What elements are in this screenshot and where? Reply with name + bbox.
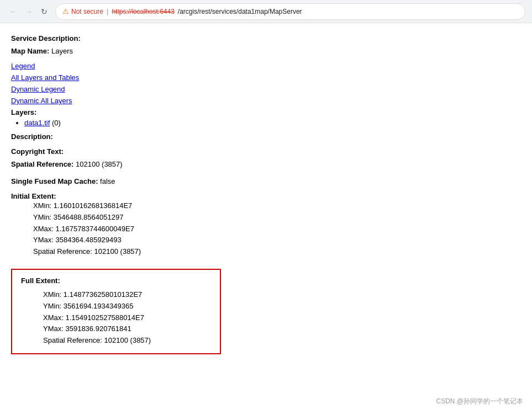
nav-buttons: ← → ↻ bbox=[7, 5, 51, 18]
full-ymax-label: YMax: bbox=[43, 324, 64, 333]
address-bar[interactable]: ⚠ Not secure | https://localhost:6443 /a… bbox=[55, 3, 525, 20]
layer-id: (0) bbox=[52, 119, 61, 127]
service-description-section: Service Description: bbox=[11, 34, 519, 42]
copyright-label: Copyright Text: bbox=[11, 147, 64, 156]
spatial-reference-section: Spatial Reference: 102100 (3857) bbox=[11, 160, 519, 168]
refresh-button[interactable]: ↻ bbox=[38, 5, 51, 18]
initial-xmax-value: 1.1675783744600049E7 bbox=[55, 225, 134, 233]
full-extent-values: XMin: 1.1487736258010132E7 YMin: 3561694… bbox=[43, 289, 211, 347]
full-ymax-value: 3591836.920761841 bbox=[65, 324, 131, 333]
initial-xmin-value: 1.1601016268136814E7 bbox=[54, 201, 132, 210]
initial-xmin-label: XMin: bbox=[33, 201, 51, 210]
initial-ymax-label: YMax: bbox=[33, 236, 54, 244]
full-xmax-value: 1.1549102527588014E7 bbox=[65, 313, 144, 322]
full-xmin: XMin: 1.1487736258010132E7 bbox=[43, 289, 211, 301]
initial-ymin-value: 3546488.8564051297 bbox=[54, 213, 124, 221]
initial-sr: Spatial Reference: 102100 (3857) bbox=[33, 246, 519, 258]
copyright-section: Copyright Text: bbox=[11, 147, 519, 156]
initial-xmax-label: XMax: bbox=[33, 225, 54, 233]
dynamic-legend-link[interactable]: Dynamic Legend bbox=[11, 85, 519, 93]
initial-ymin-label: YMin: bbox=[33, 213, 51, 221]
full-extent-box: Full Extent: XMin: 1.1487736258010132E7 … bbox=[11, 269, 221, 354]
links-section: Legend All Layers and Tables Dynamic Leg… bbox=[11, 62, 519, 105]
single-fused-section: Single Fused Map Cache: false bbox=[11, 177, 519, 185]
security-warning: ⚠ Not secure bbox=[62, 7, 103, 15]
full-xmax: XMax: 1.1549102527588014E7 bbox=[43, 312, 211, 324]
full-ymin: YMin: 3561694.1934349365 bbox=[43, 301, 211, 312]
page-content: Service Description: Map Name: Layers Le… bbox=[0, 23, 530, 370]
layer-item: data1.tif (0) bbox=[24, 119, 519, 127]
full-ymin-label: YMin: bbox=[43, 302, 61, 310]
initial-sr-value: 102100 (3857) bbox=[94, 247, 141, 256]
single-fused-value: false bbox=[100, 177, 115, 185]
full-ymax: YMax: 3591836.920761841 bbox=[43, 323, 211, 335]
map-name-label: Map Name: bbox=[11, 47, 49, 55]
initial-ymin: YMin: 3546488.8564051297 bbox=[33, 212, 519, 224]
full-xmin-value: 1.1487736258010132E7 bbox=[64, 290, 142, 299]
single-fused-label: Single Fused Map Cache: bbox=[11, 177, 98, 185]
spatial-reference-label: Spatial Reference: bbox=[11, 160, 73, 168]
security-warning-text: Not secure bbox=[71, 8, 103, 15]
description-section: Description: bbox=[11, 132, 519, 141]
spatial-reference-value: 102100 (3857) bbox=[76, 160, 123, 168]
initial-extent-label: Initial Extent: bbox=[11, 192, 56, 200]
initial-xmax: XMax: 1.1675783744600049E7 bbox=[33, 224, 519, 235]
initial-ymax: YMax: 3584364.485929493 bbox=[33, 235, 519, 246]
legend-link[interactable]: Legend bbox=[11, 62, 519, 70]
full-sr-label: Spatial Reference: bbox=[43, 336, 102, 344]
dynamic-all-layers-link[interactable]: Dynamic All Layers bbox=[11, 97, 519, 105]
initial-extent-values: XMin: 1.1601016268136814E7 YMin: 3546488… bbox=[33, 200, 519, 258]
forward-button[interactable]: → bbox=[22, 5, 35, 18]
map-name-section: Map Name: Layers bbox=[11, 47, 519, 55]
layers-section: Layers: data1.tif (0) bbox=[11, 108, 519, 127]
full-extent-label: Full Extent: bbox=[21, 276, 60, 285]
url-path: /arcgis/rest/services/data1map/MapServer bbox=[178, 8, 302, 15]
layers-label: Layers: bbox=[11, 108, 36, 116]
service-description-label: Service Description: bbox=[11, 34, 81, 42]
initial-sr-label: Spatial Reference: bbox=[33, 247, 92, 256]
initial-extent-section: Initial Extent: XMin: 1.1601016268136814… bbox=[11, 192, 519, 258]
full-xmin-label: XMin: bbox=[43, 290, 61, 299]
full-xmax-label: XMax: bbox=[43, 313, 64, 322]
back-button[interactable]: ← bbox=[7, 5, 20, 18]
description-label: Description: bbox=[11, 132, 53, 141]
full-extent-section: Full Extent: XMin: 1.1487736258010132E7 … bbox=[11, 267, 519, 354]
url-separator: | bbox=[107, 7, 108, 15]
layer-link[interactable]: data1.tif bbox=[24, 119, 50, 127]
full-ymin-value: 3561694.1934349365 bbox=[64, 302, 134, 310]
full-sr-value: 102100 (3857) bbox=[104, 336, 151, 344]
initial-xmin: XMin: 1.1601016268136814E7 bbox=[33, 200, 519, 212]
all-layers-tables-link[interactable]: All Layers and Tables bbox=[11, 73, 519, 82]
initial-ymax-value: 3584364.485929493 bbox=[55, 236, 121, 244]
browser-chrome: ← → ↻ ⚠ Not secure | https://localhost:6… bbox=[0, 0, 532, 23]
warning-icon: ⚠ bbox=[62, 7, 69, 15]
url-strikethrough: https://localhost:6443 bbox=[112, 8, 174, 15]
map-name-value: Layers bbox=[51, 47, 73, 55]
full-sr: Spatial Reference: 102100 (3857) bbox=[43, 335, 211, 347]
layers-list: data1.tif (0) bbox=[24, 119, 519, 127]
